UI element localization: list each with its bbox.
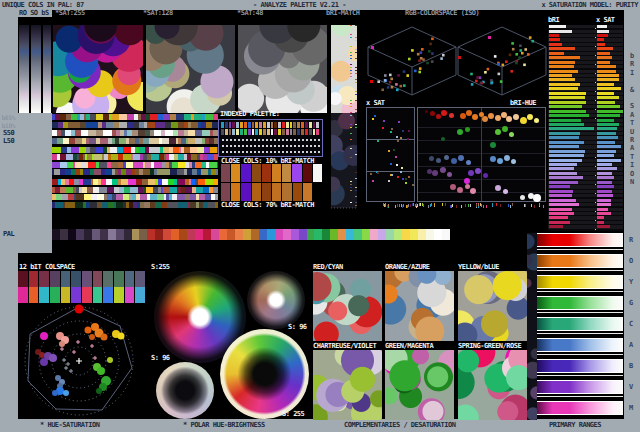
bri-match-dot-column-2	[355, 25, 357, 208]
complementary-label: YELLOW/bLUE	[458, 264, 499, 271]
palette-strip-row	[52, 202, 218, 208]
sat48-label: *SAT:48	[237, 10, 263, 17]
pal-label: PAL	[3, 231, 14, 238]
range-letter: O	[629, 258, 633, 265]
unique-cols-count: UNIQUE COLS IN PAL: 87	[2, 2, 84, 9]
empty-slots-grid	[221, 137, 320, 154]
xsat-scatter-label[interactable]: x SAT	[366, 100, 385, 107]
range-divider	[537, 375, 623, 376]
complementary-label: CHARTREUSE/VIOLET	[313, 343, 376, 350]
polar-disk-s255-bottom	[220, 329, 309, 419]
palette-strip-row	[52, 162, 218, 168]
complementary-label: RED/CYAN	[313, 264, 343, 271]
disk2-sat-label: S: 96	[288, 324, 307, 331]
complementary-panel	[385, 350, 454, 420]
complementary-label: ORANGE/AZURE	[385, 264, 430, 271]
ramp-columns-header: RO SO bS	[19, 10, 49, 17]
close-cols-70-label: CLOSE COLS: 70% bRI-MATCH	[221, 202, 314, 209]
range-letter: A	[629, 342, 633, 349]
primary-range-strip	[537, 338, 623, 352]
sat128-label: *SAT:128	[143, 10, 173, 17]
disk1-sat-label: S:255	[151, 264, 170, 271]
bri-hue-scatter-panel	[417, 107, 546, 202]
bri-match-dot-column	[350, 25, 352, 208]
bri-hue-label: bRI-HUE	[510, 100, 536, 107]
footer-hue-saturation[interactable]: * HUE-SATURATION	[40, 422, 99, 429]
hue-saturation-polar-plot	[14, 298, 159, 420]
close-cols-10-swatches	[221, 164, 323, 182]
colspace12-row1	[18, 271, 146, 287]
footer-complementaries: COMPLEMENTARIES / DESATURATION	[344, 422, 455, 429]
footer-polar-hue-brightness[interactable]: * POLAR HUE-BRIGHTNESS	[183, 422, 265, 429]
palette-strip-row	[52, 130, 218, 136]
complementary-panel	[313, 350, 382, 420]
sat255-label: *SAT:255	[55, 10, 85, 17]
palette-strip-row	[52, 169, 218, 175]
pal-color-strip	[52, 229, 450, 240]
complementary-panel	[313, 271, 382, 341]
bri-match-lower-column	[331, 113, 357, 208]
bri-sat-bar-chart	[548, 25, 623, 231]
brightness-ramp	[43, 25, 51, 113]
range-letter: B	[629, 363, 633, 370]
palette-strip-row	[52, 187, 218, 193]
indexed-palette-title: INDEXED PALETTE:	[220, 111, 279, 118]
sat48-colorfield	[238, 25, 327, 113]
app-title: - ANALYZE PALETTE V2.21 -	[253, 2, 346, 9]
palette-strip-row	[52, 147, 218, 153]
range-letter: R	[629, 237, 633, 244]
primary-range-strip	[537, 401, 623, 415]
polar-disk-s96-top	[247, 271, 305, 329]
palette-strip-row	[52, 154, 218, 160]
primary-range-strip	[537, 275, 623, 289]
range-letter: C	[629, 321, 633, 328]
range-letter: M	[629, 405, 633, 412]
range-letter: G	[629, 300, 633, 307]
hue-tick-row	[366, 203, 546, 208]
primary-range-strip	[537, 317, 623, 331]
range-divider	[537, 291, 623, 292]
l50-label: L50	[3, 138, 14, 145]
sat255-colorfield	[53, 25, 143, 113]
palette-strip-row	[52, 122, 218, 128]
complementary-panel	[458, 350, 527, 420]
range-letter: V	[629, 384, 633, 391]
bri-match-label: bRI-MATCH	[326, 10, 359, 17]
xsat-scatter-panel	[366, 107, 415, 202]
saturation-model-toggle[interactable]: x SATURATION MODEL: PURITY	[541, 2, 638, 9]
primary-range-strip	[537, 359, 623, 373]
disk3-sat-label: S: 96	[151, 355, 170, 362]
bri-match-field	[331, 25, 357, 113]
primary-range-strip	[537, 296, 623, 310]
complementary-label: GREEN/MAGENTA	[385, 343, 433, 350]
range-divider	[537, 270, 623, 271]
primary-range-strip	[537, 380, 623, 394]
disk4-sat-label: S: 255	[282, 411, 304, 418]
footer-primary-ranges: PRIMARY RANGES	[549, 422, 601, 429]
indexed-palette-box	[218, 119, 323, 157]
palette-strip-row	[52, 138, 218, 144]
range-edge-column	[527, 233, 537, 420]
palette-strip-row	[52, 194, 218, 200]
palette-analyzer-app: UNIQUE COLS IN PAL: 87 - ANALYZE PALETTE…	[0, 0, 640, 432]
rgb-colorspace-cubes	[362, 16, 558, 106]
colspace12-title: 12 bIT COLSPACE	[19, 264, 75, 271]
close-cols-70-swatches	[221, 183, 313, 201]
palette-strip-row	[52, 179, 218, 185]
red-orange-ramp	[19, 25, 29, 113]
range-divider	[537, 312, 623, 313]
sat128-colorfield	[146, 25, 235, 113]
range-divider	[537, 249, 623, 250]
range-divider	[537, 333, 623, 334]
range-divider	[537, 354, 623, 355]
primary-range-strip	[537, 254, 623, 268]
primary-range-strip	[537, 233, 623, 247]
trailing-dots	[330, 207, 356, 209]
complementary-panel	[458, 271, 527, 341]
b65-label: b65%	[2, 115, 15, 121]
complementary-panel	[385, 271, 454, 341]
palette-strip-row	[52, 114, 218, 120]
range-divider	[537, 396, 623, 397]
complementary-label: SPRING-GREEN/ROSE	[458, 343, 521, 350]
sat-column-header[interactable]: x SAT	[596, 17, 615, 24]
